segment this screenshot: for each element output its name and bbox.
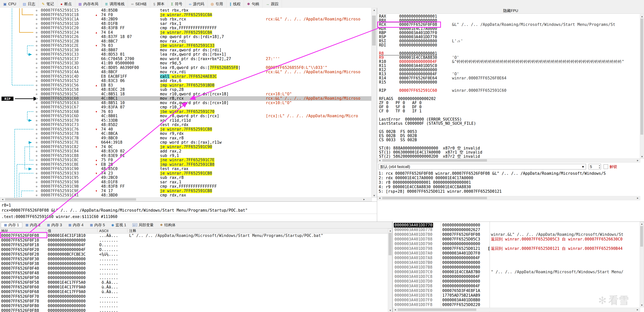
toolbar-tab-日志[interactable]: ▤日志 — [20, 0, 38, 8]
register-value[interactable]: 0000003A401DD7F0 — [399, 31, 437, 35]
breakpoint-dot[interactable]: ● — [36, 167, 38, 171]
disasm-row[interactable]: ●00007FF652591C6B▼76 03jbe winrar.7FF652… — [0, 110, 372, 114]
register-value[interactable]: 0000000000000001 — [399, 14, 437, 18]
register-row[interactable]: RSP0000003A401DD770 — [377, 35, 640, 39]
stepper-arrows-icon[interactable]: ▲▼ — [598, 164, 600, 169]
register-row[interactable]: ST(1) 0063000001E4C17A0000 x87r1 空 inval… — [377, 150, 640, 154]
dump-row[interactable]: 00007FF6526F0F2800000000BCFCBE3C<¾ü¼.... — [0, 252, 388, 257]
register-value[interactable]: 0000000000000001 — [399, 51, 437, 56]
breakpoint-dot[interactable]: ● — [36, 171, 38, 176]
unlock-checkbox[interactable] — [604, 164, 608, 169]
bottom-tab-内存 3[interactable]: ▦内存 3 — [44, 222, 65, 228]
register-row[interactable]: R80000000000000001 — [377, 51, 640, 56]
register-row[interactable]: R120000000000000000 — [377, 68, 640, 72]
register-row[interactable]: RSI0000000000000800L'ࠀ' — [377, 39, 640, 43]
register-row[interactable]: RBX0000000000000000 — [377, 18, 640, 23]
disasm-row[interactable]: ●00007FF652591C76▼74 40je winrar.7FF6525… — [0, 127, 372, 132]
toolbar-tab-断点[interactable]: ●断点 — [57, 0, 75, 8]
register-value[interactable]: 000000000000004F — [399, 72, 437, 76]
register-row[interactable]: RBP0000003A401DD7F0 — [377, 31, 640, 35]
disasm-row[interactable]: ●00007FF652591C93▼74 23je winrar.7FF6525… — [0, 171, 372, 176]
breakpoint-dot[interactable]: ● — [36, 44, 38, 48]
breakpoint-dot[interactable]: ● — [36, 83, 38, 88]
argument-count-stepper[interactable]: 5 ▲▼ — [588, 164, 601, 169]
register-value[interactable]: 00007FF652591C60 — [399, 88, 437, 93]
register-value[interactable]: 0000003A401DD5C0 — [399, 64, 437, 68]
disasm-row[interactable]: ●00007FF652591C784C:8BCAmov r9,rdx — [0, 131, 372, 136]
dump-row[interactable]: 00007FF6526F0F380000000000000000........ — [0, 261, 388, 266]
disasm-row[interactable]: ●00007FF652591C82▼74 0Cje winrar.7FF6525… — [0, 145, 372, 149]
breakpoint-dot[interactable]: ● — [36, 35, 38, 39]
stack-horizontal-scrollbar[interactable]: ◄ ► — [393, 308, 640, 312]
register-row[interactable]: ST(0) 888A000000000000000 x87r0 空 invali… — [377, 146, 640, 150]
breakpoint-dot[interactable]: ● — [36, 158, 38, 162]
toolbar-tab-跟踪[interactable]: →跟踪 — [262, 0, 282, 8]
disasm-row[interactable]: ●00007FF652591C1D48:D1FBsar rbx,1 — [0, 22, 372, 26]
register-row[interactable]: R150000000000000000 — [377, 80, 640, 84]
breakpoint-dot[interactable]: ● — [36, 123, 38, 127]
stack-row[interactable]: 0000003A401DD7C0000001E4CC8A87B0" /.. /.… — [393, 270, 636, 274]
toolbar-tab-句柄[interactable]: ✱句柄 — [244, 0, 262, 8]
register-row[interactable]: RCX00007FF6526F0F08&L" /.. /.. /AppData/… — [377, 23, 640, 27]
register-row[interactable]: ZF 0 PF 0 AF 0 — [377, 101, 640, 105]
toolbar-tab-线程[interactable]: ∥线程 — [226, 0, 244, 8]
disasm-row[interactable]: ●00007FF652591C9848:D1F8sar rax,1 — [0, 180, 372, 184]
disasm-row[interactable]: ●00007FF652591C3D41:B9 05000000mov r9d,5 — [0, 61, 372, 66]
toolbar-tab-笔记[interactable]: ✎笔记 — [38, 0, 57, 8]
register-value[interactable]: 0000000000000800 — [399, 39, 437, 43]
dump-row[interactable]: 00007FF6526F0F400000000000000000........ — [0, 266, 388, 271]
disasm-row[interactable]: ●00007FF652591C9F▼74 17je winrar.7FF6525… — [0, 189, 372, 193]
breakpoint-dot[interactable]: ● — [36, 162, 38, 167]
call-argument-row[interactable]: 5: [rsp+28] 00007FF6525D0121 winrar.0000… — [377, 189, 640, 194]
register-row[interactable]: RDX000001E4C17A0000 — [377, 27, 640, 31]
breakpoint-dot[interactable]: ● — [36, 17, 38, 22]
disasm-row[interactable]: ●00007FF652591C7045:33DBxor r11d,r11d — [0, 118, 372, 123]
register-row[interactable]: OF 0 SF 0 DF 0 — [377, 105, 640, 109]
bottom-tab-结构体[interactable]: ❖结构体 — [157, 222, 179, 228]
breakpoint-dot[interactable]: ● — [36, 96, 38, 101]
disasm-row[interactable]: ●00007FF652591C8C▲75 F0jne winrar.7FF652… — [0, 158, 372, 162]
stack-row[interactable]: 0000003A401DD7780000000000002627 — [393, 227, 636, 232]
disasm-row[interactable]: ●00007FF652591C56▲EB 83jmp winrar.7FF652… — [0, 83, 372, 88]
disasm-row[interactable]: ●00007FF652591C6749:83FA 07cmp r10,7 — [0, 105, 372, 110]
disasm-row[interactable]: ●00007FF652591C8849:83E9 01sub r9,1 — [0, 154, 372, 158]
register-row[interactable]: GS 002B FS 0053 — [377, 130, 640, 134]
breakpoint-dot[interactable]: ● — [36, 88, 38, 92]
disasm-row[interactable]: ●00007FF652591C4A48:8BCFmov rcx,rdircx:&… — [0, 70, 372, 74]
breakpoint-dot[interactable]: ● — [36, 79, 38, 83]
register-value[interactable]: 00007FF6526F0E64 — [399, 76, 437, 80]
disasm-row[interactable]: ●00007FF652591C434C:8D05 A6390F00lea r8,… — [0, 66, 372, 70]
breakpoint-dot[interactable]: ● — [36, 180, 38, 184]
stack-row[interactable]: 0000003A401DD79800007FF6525D0121[返回到 win… — [393, 246, 636, 251]
dump-row[interactable]: 00007FF6526F0F700000000000000000........ — [0, 294, 388, 299]
disasm-row[interactable]: ●00007FF652591C5248:83C3 06add rbx,6 — [0, 79, 372, 83]
disasm-row[interactable]: ●00007FF652591C1A48:2BD9sub rbx,rcxrcx:&… — [0, 17, 372, 22]
register-row[interactable]: R13000000000000004F'O' — [377, 72, 640, 76]
register-value[interactable]: 0000000000000000 — [399, 18, 437, 23]
stack-row[interactable]: 0000003A401DD7E817705AD75B21AAB9 — [393, 293, 636, 298]
register-row[interactable]: LastStatus C000000F (STATUS_NO_SUCH_FILE… — [377, 121, 640, 125]
disasm-row[interactable]: ●00007FF652591C7348:85D2test rdx,rdx — [0, 123, 372, 127]
disasm-vertical-scrollbar[interactable]: ▲ ▼ — [371, 8, 377, 198]
breakpoint-dot[interactable]: ● — [36, 26, 38, 30]
breakpoint-dot[interactable]: ● — [36, 184, 38, 189]
dump-vertical-scrollbar[interactable]: ▲ ▼ — [388, 228, 393, 312]
dump-header-注释[interactable]: 注释 — [129, 228, 136, 233]
disasm-row[interactable]: ●00007FF652591C7E6644:3918cmp word ptr d… — [0, 140, 372, 145]
disasm-row[interactable]: ●00007FF652591C6D4C:8B01mov r8,qword ptr… — [0, 114, 372, 118]
call-argument-row[interactable]: 4: r9 000001E4CC8A8830 000001E4CC8A8830 — [377, 185, 640, 189]
breakpoint-dot[interactable]: ● — [36, 70, 38, 74]
breakpoint-dot[interactable]: ● — [36, 127, 38, 132]
breakpoint-dot[interactable]: ● — [36, 57, 38, 61]
disasm-row[interactable]: ●00007FF652591C604C:8BC1mov r8,rcxrcx:&L… — [0, 96, 372, 101]
disasm-row[interactable]: ●00007FF652591C3048:8B07mov rax,qword pt… — [0, 48, 372, 53]
disasm-row[interactable]: ●00007FF652591C7B49:8BC0mov rax,r8 — [0, 136, 372, 140]
register-value[interactable]: 000001E4CC8A8830 — [399, 56, 437, 60]
register-row[interactable]: ES 002B DS 002B — [377, 134, 640, 138]
stack-row[interactable]: 0000003A401DD78000007FF6526F0F08winrar.&… — [393, 232, 636, 237]
stack-row[interactable]: 0000003A401DD7A00000003A401DD7F0 — [393, 251, 636, 256]
breakpoint-dot[interactable]: ● — [36, 193, 38, 198]
stack-row[interactable]: 0000003A401DD7E00000765D3F4E8F1A — [393, 288, 636, 293]
disasm-horizontal-scrollbar[interactable]: ◄ ► — [0, 197, 372, 201]
disasm-row[interactable]: ●00007FF652591C8448:83C0 02add rax,2 — [0, 149, 372, 154]
